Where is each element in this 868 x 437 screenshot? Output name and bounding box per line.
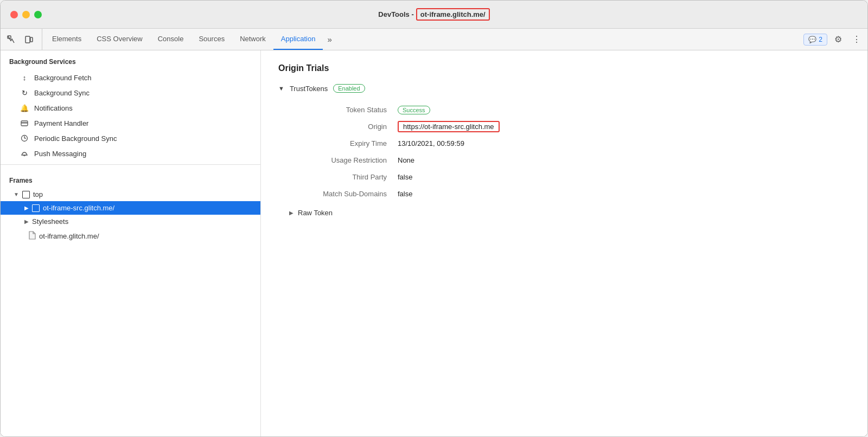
sidebar-item-background-sync[interactable]: ↻ Background Sync xyxy=(1,85,260,100)
sidebar-item-background-fetch[interactable]: ↕ Background Fetch xyxy=(1,70,260,85)
expiry-time-row: Expiry Time 13/10/2021, 00:59:59 xyxy=(289,135,850,152)
payment-handler-icon xyxy=(20,119,29,127)
success-badge: Success xyxy=(398,106,430,114)
top-frame-icon xyxy=(22,191,30,198)
notifications-icon: 🔔 xyxy=(20,104,29,112)
ot-iframe-src-expand-arrow: ▶ xyxy=(24,205,29,211)
periodic-sync-icon xyxy=(20,134,29,143)
toolbar-tabs: Elements CSS Overview Console Sources Ne… xyxy=(44,29,803,50)
usage-restriction-label: Usage Restriction xyxy=(289,156,398,164)
sidebar-item-push-messaging-label: Push Messaging xyxy=(34,150,86,158)
toolbar-left-tools xyxy=(4,29,42,50)
message-icon: 💬 xyxy=(808,36,816,43)
toolbar-right: 💬 2 ⚙ ⋮ xyxy=(803,29,864,50)
token-status-row: Token Status Success xyxy=(289,101,850,118)
frames-stylesheets-item[interactable]: ▶ Stylesheets xyxy=(1,215,260,228)
more-tabs-button[interactable]: » xyxy=(323,29,336,50)
third-party-row: Third Party false xyxy=(289,169,850,185)
frames-header: Frames xyxy=(1,173,260,188)
usage-restriction-value: None xyxy=(398,156,414,164)
third-party-label: Third Party xyxy=(289,173,398,181)
main-area: Background Services ↕ Background Fetch ↻… xyxy=(1,50,867,436)
frames-top-item[interactable]: ▼ top xyxy=(1,188,260,201)
ot-iframe-src-icon xyxy=(32,204,40,212)
svg-rect-1 xyxy=(25,36,30,43)
background-sync-icon: ↻ xyxy=(20,88,29,97)
frames-ot-iframe-src-label: ot-iframe-src.glitch.me/ xyxy=(43,204,114,212)
match-subdomains-value: false xyxy=(398,190,412,198)
tab-network[interactable]: Network xyxy=(232,29,273,50)
sidebar-item-payment-handler-label: Payment Handler xyxy=(34,119,88,127)
tab-elements[interactable]: Elements xyxy=(44,29,89,50)
sidebar-item-notifications[interactable]: 🔔 Notifications xyxy=(1,100,260,115)
trust-tokens-collapse-arrow[interactable]: ▼ xyxy=(278,85,284,92)
sidebar: Background Services ↕ Background Fetch ↻… xyxy=(1,50,261,436)
trust-tokens-label: TrustTokens xyxy=(290,85,328,93)
sidebar-item-periodic-background-sync-label: Periodic Background Sync xyxy=(34,134,117,143)
sidebar-item-background-sync-label: Background Sync xyxy=(34,89,90,97)
settings-button[interactable]: ⚙ xyxy=(831,32,846,47)
origin-row: Origin https://ot-iframe-src.glitch.me xyxy=(289,118,850,135)
frames-section: Frames ▼ top ▶ ot-iframe-src.glitch.me/ … xyxy=(1,168,260,249)
tab-application[interactable]: Application xyxy=(273,29,323,50)
match-subdomains-row: Match Sub-Domains false xyxy=(289,185,850,202)
titlebar: DevTools - ot-iframe.glitch.me/ xyxy=(1,1,867,29)
title-prefix: DevTools - xyxy=(378,10,414,18)
sidebar-item-periodic-background-sync[interactable]: Periodic Background Sync xyxy=(1,131,260,146)
svg-rect-0 xyxy=(8,36,11,38)
window-controls xyxy=(10,11,42,18)
badge-count: 2 xyxy=(819,36,822,43)
titlebar-title: DevTools - ot-iframe.glitch.me/ xyxy=(378,8,489,21)
data-table: Token Status Success Origin https://ot-i… xyxy=(289,101,850,202)
content-title: Origin Trials xyxy=(278,63,850,73)
frames-file-label: ot-iframe.glitch.me/ xyxy=(39,232,99,240)
close-button[interactable] xyxy=(10,11,18,18)
frames-file-item[interactable]: ot-iframe.glitch.me/ xyxy=(1,228,260,244)
expiry-time-value: 13/10/2021, 00:59:59 xyxy=(398,139,464,147)
push-messaging-icon xyxy=(20,149,29,158)
background-fetch-icon: ↕ xyxy=(20,73,29,82)
sidebar-item-payment-handler[interactable]: Payment Handler xyxy=(1,115,260,131)
inspector-icon[interactable] xyxy=(4,32,19,47)
sidebar-item-background-fetch-label: Background Fetch xyxy=(34,74,92,82)
file-icon xyxy=(29,231,36,241)
more-options-button[interactable]: ⋮ xyxy=(849,32,864,47)
third-party-value: false xyxy=(398,173,412,181)
tab-css-overview[interactable]: CSS Overview xyxy=(89,29,150,50)
raw-token-row: ▶ Raw Token xyxy=(289,207,850,219)
raw-token-label: Raw Token xyxy=(298,209,333,217)
frames-ot-iframe-src-item[interactable]: ▶ ot-iframe-src.glitch.me/ xyxy=(1,201,260,215)
trust-tokens-header: ▼ TrustTokens Enabled xyxy=(278,84,850,93)
background-services-header: Background Services xyxy=(1,50,260,70)
maximize-button[interactable] xyxy=(34,11,42,18)
content-area: Origin Trials ▼ TrustTokens Enabled Toke… xyxy=(261,50,867,436)
messages-badge[interactable]: 💬 2 xyxy=(803,34,827,46)
top-expand-arrow: ▼ xyxy=(14,191,19,197)
token-status-value: Success xyxy=(398,106,430,114)
svg-rect-4 xyxy=(21,122,28,123)
tab-console[interactable]: Console xyxy=(150,29,192,50)
origin-label: Origin xyxy=(289,123,398,131)
usage-restriction-row: Usage Restriction None xyxy=(289,152,850,169)
raw-token-expand-arrow[interactable]: ▶ xyxy=(289,210,293,216)
sidebar-item-notifications-label: Notifications xyxy=(34,104,73,112)
toolbar: Elements CSS Overview Console Sources Ne… xyxy=(1,29,867,50)
sidebar-item-push-messaging[interactable]: Push Messaging xyxy=(1,146,260,161)
expiry-time-label: Expiry Time xyxy=(289,139,398,147)
origin-value: https://ot-iframe-src.glitch.me xyxy=(398,123,500,131)
origin-url[interactable]: https://ot-iframe-src.glitch.me xyxy=(398,121,500,132)
frames-stylesheets-label: Stylesheets xyxy=(32,217,68,226)
sidebar-divider xyxy=(1,164,260,165)
frames-top-label: top xyxy=(33,190,43,198)
minimize-button[interactable] xyxy=(22,11,30,18)
enabled-badge: Enabled xyxy=(333,84,365,93)
svg-rect-2 xyxy=(30,37,33,42)
match-subdomains-label: Match Sub-Domains xyxy=(289,190,398,198)
tab-sources[interactable]: Sources xyxy=(191,29,232,50)
token-status-label: Token Status xyxy=(289,106,398,114)
stylesheets-expand-arrow: ▶ xyxy=(24,218,29,224)
device-icon[interactable] xyxy=(21,32,36,47)
title-url: ot-iframe.glitch.me/ xyxy=(416,8,490,21)
